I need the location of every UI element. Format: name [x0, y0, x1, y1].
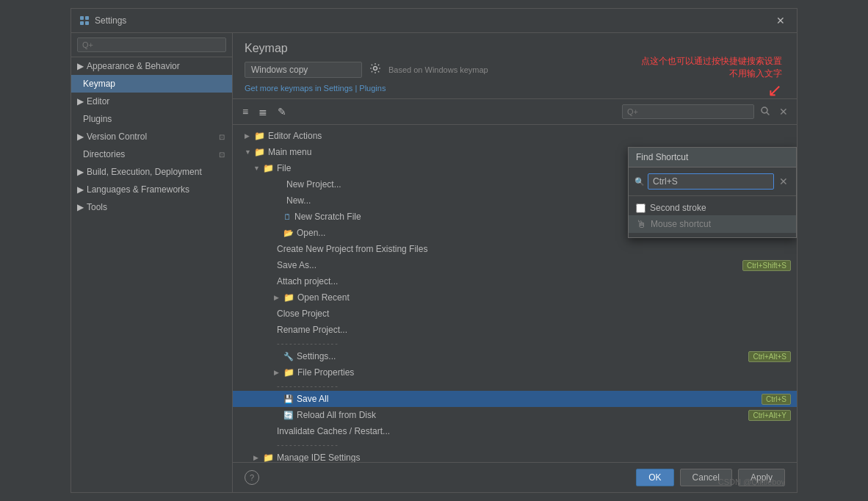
- dialog-footer: ? OK Cancel Apply: [233, 462, 797, 492]
- collapse-all-button[interactable]: ≣: [255, 104, 271, 120]
- app-icon: [79, 15, 90, 26]
- tree-row[interactable]: 🔄 Reload All from Disk Ctrl+Alt+Y: [233, 407, 797, 423]
- tree-item-label: Manage IDE Settings: [277, 453, 791, 462]
- sidebar-item-directories[interactable]: Directories ⊡: [71, 145, 232, 163]
- watermark-text: CSDN @Qlittleboy: [718, 477, 785, 486]
- find-shortcut-options: Second stroke 🖱 Mouse shortcut: [629, 196, 796, 237]
- sidebar-item-label: Editor: [87, 96, 109, 107]
- sidebar-item-languages[interactable]: ▶ Languages & Frameworks: [71, 181, 232, 198]
- save-icon: 💾: [283, 394, 294, 404]
- mouse-shortcut-row[interactable]: 🖱 Mouse shortcut: [629, 215, 796, 233]
- tree-row[interactable]: Attach project...: [233, 273, 797, 289]
- folder-icon: 📁: [263, 453, 274, 462]
- svg-point-5: [762, 107, 767, 113]
- tree-row[interactable]: 🔧 Settings... Ctrl+Alt+S: [233, 348, 797, 364]
- tree-row[interactable]: Rename Project...: [233, 322, 797, 338]
- svg-rect-0: [80, 16, 84, 20]
- extra-icon: ⊡: [219, 151, 225, 159]
- sidebar-search-input[interactable]: [77, 37, 226, 52]
- sidebar-item-keymap[interactable]: Keymap: [71, 75, 232, 93]
- sidebar-item-label: Languages & Frameworks: [87, 184, 189, 195]
- settings-dialog: Settings ✕ ▶ Appearance & Behavior Keyma…: [70, 8, 798, 493]
- search-clear-button[interactable]: ✕: [776, 104, 791, 119]
- sidebar-item-plugins[interactable]: Plugins: [71, 110, 232, 128]
- edit-button[interactable]: ✎: [274, 104, 290, 120]
- find-shortcut-input[interactable]: [648, 173, 774, 190]
- tree-item-label: Save As...: [277, 260, 739, 270]
- get-more-keymaps-link[interactable]: Get more keymaps in Settings: [245, 84, 352, 93]
- second-stroke-checkbox[interactable]: [636, 203, 645, 213]
- tree-item-label: Invalidate Caches / Restart...: [277, 426, 791, 436]
- tree-separator: ---------------: [233, 381, 797, 391]
- shortcut-badge: Ctrl+Alt+S: [748, 351, 791, 362]
- folder-icon: 📁: [283, 367, 294, 378]
- tree-row[interactable]: Close Project: [233, 306, 797, 322]
- arrow-icon: ▶: [77, 184, 84, 195]
- footer-left: ?: [245, 470, 259, 485]
- keymap-search-input[interactable]: [622, 104, 754, 119]
- svg-rect-2: [80, 21, 84, 25]
- find-shortcut-header: Find Shortcut: [629, 148, 796, 167]
- dialog-title: Settings: [95, 15, 126, 26]
- sidebar-item-label: Directories: [83, 149, 125, 159]
- titlebar: Settings ✕: [71, 9, 797, 33]
- find-shortcut-popup: Find Shortcut 🔍 ✕ Second stroke 🖱 Mouse …: [628, 147, 797, 238]
- tree-item-label: Attach project...: [277, 276, 791, 286]
- sidebar-item-label: Version Control: [87, 131, 147, 142]
- folder-open-icon: 📂: [283, 228, 294, 238]
- tree-item-label: Create New Project from Existing Files: [277, 244, 791, 254]
- arrow-icon: ▶: [77, 61, 84, 71]
- find-shortcut-search-icon: 🔍: [634, 177, 645, 187]
- gear-icon: [370, 63, 380, 73]
- tree-row[interactable]: Create New Project from Existing Files: [233, 241, 797, 257]
- ok-button[interactable]: OK: [636, 469, 673, 486]
- tree-row[interactable]: ▶ 📁 Open Recent: [233, 289, 797, 306]
- main-content: 点这个也可以通过按快捷键搜索设置不用输入文字 ↙ Keymap Windows …: [233, 33, 797, 492]
- keymap-links: Get more keymaps in Settings | Plugins: [245, 84, 785, 93]
- keymap-based-on-text: Based on Windows keymap: [388, 65, 488, 74]
- shortcut-badge: Ctrl+Alt+Y: [748, 410, 791, 421]
- reload-icon: 🔄: [283, 411, 294, 420]
- mouse-icon: 🖱: [636, 218, 646, 230]
- tree-row-selected[interactable]: 💾 Save All Ctrl+S: [233, 391, 797, 407]
- sidebar-item-label: Build, Execution, Deployment: [87, 167, 202, 177]
- sidebar-item-version-control[interactable]: ▶ Version Control ⊡: [71, 128, 232, 145]
- sidebar-item-build[interactable]: ▶ Build, Execution, Deployment: [71, 163, 232, 181]
- tree-row[interactable]: ▶ 📁 Editor Actions: [233, 128, 797, 144]
- tree-row[interactable]: ▶ 📁 Manage IDE Settings: [233, 450, 797, 462]
- tree-item-label: Settings...: [297, 351, 745, 361]
- sidebar-item-tools[interactable]: ▶ Tools: [71, 198, 232, 216]
- expand-arrow-icon: ▶: [253, 454, 261, 461]
- expand-arrow-icon: ▶: [245, 132, 252, 140]
- folder-icon: 📁: [254, 147, 265, 157]
- tree-row[interactable]: Save As... Ctrl+Shift+S: [233, 257, 797, 273]
- arrow-icon: ▶: [77, 167, 84, 177]
- sidebar-item-label: Tools: [87, 202, 107, 212]
- expand-arrow-icon: ▶: [274, 369, 281, 376]
- plugins-link[interactable]: Plugins: [359, 84, 386, 93]
- expand-arrow-icon: ▼: [245, 148, 252, 156]
- shortcut-search-icon-button[interactable]: [757, 104, 773, 120]
- arrow-icon: ▶: [77, 96, 84, 107]
- arrow-icon: ▶: [77, 131, 84, 142]
- svg-point-4: [374, 67, 377, 71]
- page-title: Keymap: [245, 42, 785, 55]
- keymap-settings-gear-button[interactable]: [366, 61, 384, 78]
- find-shortcut-clear-button[interactable]: ✕: [777, 175, 790, 188]
- tree-row[interactable]: Invalidate Caches / Restart...: [233, 423, 797, 439]
- sidebar-item-appearance[interactable]: ▶ Appearance & Behavior: [71, 57, 232, 75]
- wrench-icon: 🔧: [283, 352, 294, 361]
- expand-arrow-icon: ▼: [253, 165, 261, 172]
- help-button[interactable]: ?: [245, 470, 259, 485]
- tree-separator: ---------------: [233, 338, 797, 348]
- tree-separator: ---------------: [233, 439, 797, 450]
- expand-all-button[interactable]: ≡: [239, 104, 252, 120]
- tree-item-label: Open Recent: [297, 292, 791, 303]
- tree-row[interactable]: ▶ 📁 File Properties: [233, 364, 797, 381]
- close-button[interactable]: ✕: [772, 13, 789, 28]
- keymap-preset-select[interactable]: Windows copy Default Mac OS X: [245, 62, 362, 78]
- shortcut-badge: Ctrl+S: [762, 394, 791, 405]
- sidebar-item-editor[interactable]: ▶ Editor: [71, 93, 232, 110]
- tree-item-label: Rename Project...: [277, 325, 791, 335]
- second-stroke-label: Second stroke: [650, 203, 706, 213]
